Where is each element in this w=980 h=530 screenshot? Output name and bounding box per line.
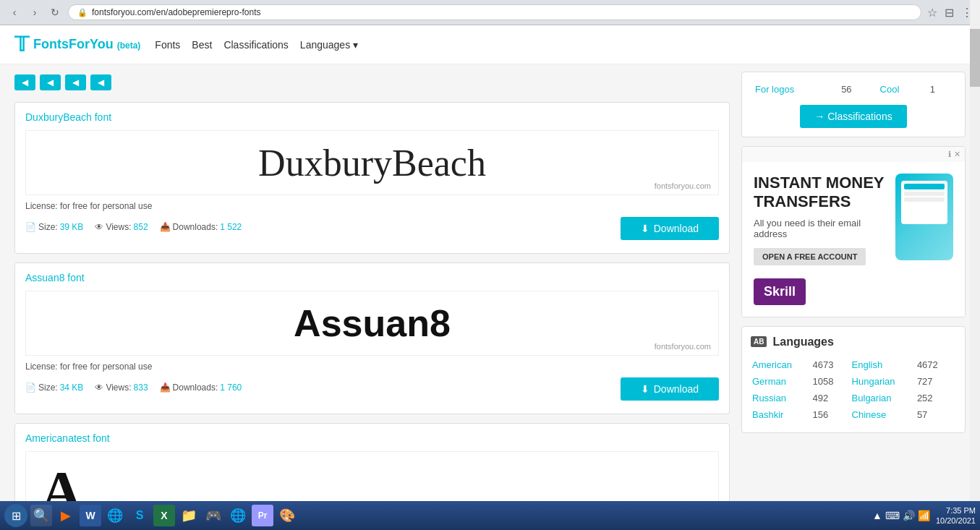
views-duxbury: 👁 Views: 852 [95, 222, 148, 232]
nav-best[interactable]: Best [192, 39, 212, 51]
taskbar-icon-excel[interactable]: X [153, 505, 175, 526]
taskbar-clock[interactable]: 7:35 PM 10/20/2021 [936, 505, 976, 526]
font-title-americana[interactable]: Americanatest font [25, 432, 719, 444]
logo[interactable]: 𝕋 FontsForYou (beta) [14, 33, 140, 56]
logo-text: FontsForYou (beta) [33, 37, 140, 52]
size-assuan8: 📄 Size: 34 KB [25, 382, 83, 393]
font-card-assuan8: Assuan8 font Assuan8 fontsforyou.com Lic… [14, 262, 730, 414]
star-icon[interactable]: ☆ [927, 6, 937, 20]
size-duxbury: 📄 Size: 39 KB [25, 222, 83, 232]
download-btn-duxbury[interactable]: ⬇ Download [621, 217, 719, 240]
nav-languages[interactable]: Languages ▾ [300, 39, 358, 51]
cast-icon[interactable]: ⊟ [945, 6, 954, 20]
ad-close-icon[interactable]: ✕ [954, 150, 960, 159]
table-row: For logos 56 Cool 1 [752, 82, 955, 96]
font-watermark-duxbury: fontsforyou.com [655, 181, 711, 190]
nav-classifications[interactable]: Classifications [223, 39, 288, 51]
taskbar-icon-browser2[interactable]: 🌐 [227, 505, 249, 526]
lang-german[interactable]: German [752, 374, 805, 389]
taskbar-icon-search[interactable]: 🔍 [30, 505, 52, 526]
languages-card: AB Languages American 4673 English 4672 … [741, 326, 966, 433]
scrollbar[interactable] [970, 0, 980, 530]
volume-icon[interactable]: 🔊 [903, 510, 915, 521]
forward-button[interactable]: › [27, 5, 42, 20]
lang-row-1: American 4673 English 4672 [752, 357, 955, 372]
downloads-duxbury: 📥 Downloads: 1 522 [160, 222, 242, 232]
font-watermark-assuan8: fontsforyou.com [655, 342, 711, 351]
lang-hungarian[interactable]: Hungarian [852, 374, 910, 389]
taskbar-icon-media[interactable]: ▶ [55, 505, 77, 526]
font-meta-assuan8: 📄 Size: 34 KB 👁 Views: 833 📥 Downloads: … [25, 375, 719, 401]
downloads-assuan8: 📥 Downloads: 1 760 [160, 382, 242, 393]
date-display: 10/20/2021 [936, 516, 976, 526]
network-icon[interactable]: 📶 [918, 510, 930, 521]
classifications-table: For logos 56 Cool 1 [751, 81, 956, 98]
lang-american[interactable]: American [752, 357, 805, 372]
top-nav: 𝕋 FontsForYou (beta) Fonts Best Classifi… [0, 25, 980, 64]
class-col1[interactable]: For logos [752, 82, 834, 96]
left-column: ◀ ◀ ◀ ◀ DuxburyBeach font DuxburyBeach f… [14, 72, 730, 530]
class-col4: 1 [924, 82, 955, 96]
taskbar-right: ▲ ⌨ 🔊 📶 7:35 PM 10/20/2021 [872, 505, 976, 526]
scrollbar-thumb[interactable] [970, 29, 980, 87]
start-button[interactable]: ⊞ [4, 504, 27, 527]
reload-button[interactable]: ↻ [48, 5, 62, 20]
lang-english[interactable]: English [852, 357, 910, 372]
class-col3[interactable]: Cool [877, 82, 923, 96]
ad-info-icon[interactable]: ℹ [948, 150, 951, 159]
ad-header: ℹ ✕ [742, 147, 965, 162]
font-preview-text-assuan8: Assuan8 [294, 302, 451, 345]
lang-row-2: German 1058 Hungarian 727 [752, 374, 955, 389]
page-btn-1[interactable]: ◀ [14, 74, 35, 90]
classifications-btn[interactable]: → Classifications [800, 105, 906, 128]
nav-fonts[interactable]: Fonts [155, 39, 180, 51]
views-assuan8: 👁 Views: 833 [95, 382, 148, 393]
system-tray-arrow[interactable]: ▲ [872, 510, 882, 521]
lang-row-3: Russian 492 Bulgarian 252 [752, 390, 955, 406]
languages-table: American 4673 English 4672 German 1058 H… [751, 356, 956, 424]
taskbar-icon-skype[interactable]: S [129, 505, 150, 526]
lang-russian[interactable]: Russian [752, 390, 805, 406]
ad-phone-image [895, 174, 953, 260]
ad-content: INSTANT MONEY TRANSFERS All you need is … [742, 162, 965, 317]
ad-card: ℹ ✕ INSTANT MONEY TRANSFERS All you need… [741, 146, 966, 317]
taskbar-system-icons: ▲ ⌨ 🔊 📶 [872, 510, 930, 521]
url-text: fontsforyou.com/en/adobepremierepro-font… [92, 7, 260, 17]
page-btn-4[interactable]: ◀ [90, 74, 111, 90]
lock-icon: 🔒 [77, 8, 88, 17]
languages-title: AB Languages [751, 335, 956, 349]
nav-links: Fonts Best Classifications Languages ▾ [155, 39, 358, 51]
taskbar-icon-game[interactable]: 🎮 [203, 505, 224, 526]
font-preview-text-duxbury: DuxburyBeach [258, 142, 486, 184]
taskbar-icon-chrome[interactable]: 🌐 [104, 505, 126, 526]
taskbar-icon-word[interactable]: W [80, 505, 101, 526]
lang-bashkir[interactable]: Bashkir [752, 407, 805, 422]
time-display: 7:35 PM [936, 505, 976, 516]
ad-open-btn[interactable]: OPEN A FREE ACCOUNT [754, 248, 866, 265]
font-meta-duxbury: 📄 Size: 39 KB 👁 Views: 852 📥 Downloads: … [25, 214, 719, 240]
back-button[interactable]: ‹ [7, 5, 22, 20]
right-sidebar: For logos 56 Cool 1 → Classifications ℹ … [741, 72, 966, 530]
font-preview-assuan8: Assuan8 fontsforyou.com [25, 291, 719, 356]
main-content: ◀ ◀ ◀ ◀ DuxburyBeach font DuxburyBeach f… [0, 64, 980, 530]
taskbar: ⊞ 🔍 ▶ W 🌐 S X 📁 🎮 🌐 Pr 🎨 ▲ ⌨ 🔊 📶 7:35 PM… [0, 501, 980, 530]
taskbar-icon-folder[interactable]: 📁 [178, 505, 200, 526]
logo-icon: 𝕋 [14, 33, 29, 56]
taskbar-icon-paint[interactable]: 🎨 [276, 505, 298, 526]
taskbar-icon-premiere[interactable]: Pr [252, 505, 273, 526]
lang-bulgarian[interactable]: Bulgarian [852, 390, 910, 406]
license-duxbury: License: for free for personal use [25, 201, 719, 211]
font-title-duxbury[interactable]: DuxburyBeach font [25, 111, 719, 123]
keyboard-icon[interactable]: ⌨ [885, 510, 900, 521]
download-btn-assuan8[interactable]: ⬇ Download [621, 377, 719, 401]
font-title-assuan8[interactable]: Assuan8 font [25, 272, 719, 283]
page-btn-3[interactable]: ◀ [65, 74, 86, 90]
classifications-card: For logos 56 Cool 1 → Classifications [741, 72, 966, 137]
address-bar[interactable]: 🔒 fontsforyou.com/en/adobepremierepro-fo… [68, 4, 921, 20]
lang-chinese[interactable]: Chinese [852, 407, 910, 422]
font-preview-duxbury: DuxburyBeach fontsforyou.com [25, 130, 719, 195]
pagination-bar: ◀ ◀ ◀ ◀ [14, 72, 730, 93]
page-btn-2[interactable]: ◀ [40, 74, 61, 90]
ad-title: INSTANT MONEY TRANSFERS [754, 174, 888, 212]
languages-icon: AB [751, 336, 767, 347]
